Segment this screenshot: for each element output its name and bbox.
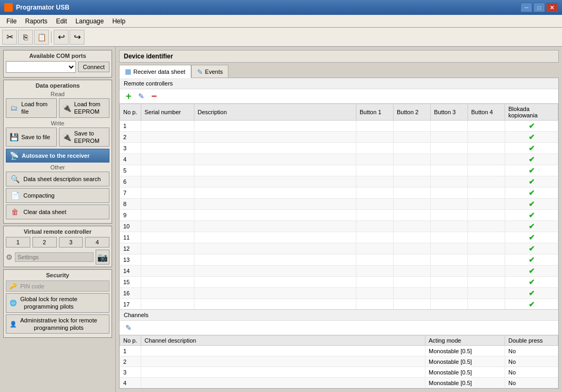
table-row[interactable]: 3 ✔ bbox=[120, 143, 558, 154]
table-row[interactable]: 8 ✔ bbox=[120, 199, 558, 210]
table-row[interactable]: 15 ✔ bbox=[120, 277, 558, 288]
virtual-rc-title: Virtual remote controller bbox=[6, 228, 109, 235]
vrc-btn-1[interactable]: 1 bbox=[6, 237, 30, 248]
remove-remote-button[interactable]: − bbox=[148, 91, 160, 101]
table-row[interactable]: 10 ✔ bbox=[120, 221, 558, 232]
ch-nop: 1 bbox=[120, 346, 141, 356]
pin-code-button[interactable]: 🔑 PIN code bbox=[6, 280, 109, 292]
table-row[interactable]: 9 ✔ bbox=[120, 210, 558, 221]
row-btn3 bbox=[431, 199, 468, 210]
left-panel: Available COM ports Connect Data operati… bbox=[0, 47, 116, 392]
com-port-select[interactable] bbox=[6, 61, 76, 73]
desc-search-button[interactable]: 🔍 Data sheet description search bbox=[6, 172, 109, 186]
row-btn1 bbox=[356, 188, 394, 199]
channels-edit-button[interactable]: ✎ bbox=[123, 322, 134, 333]
clear-label: Clear data sheet bbox=[23, 209, 66, 215]
row-btn2 bbox=[394, 277, 431, 288]
paste-icon: 📋 bbox=[37, 33, 46, 41]
key-icon: 🔑 bbox=[10, 283, 17, 289]
list-item[interactable]: 3 Monostable [0.5] No bbox=[120, 367, 558, 378]
table-row[interactable]: 7 ✔ bbox=[120, 188, 558, 199]
row-desc bbox=[194, 221, 356, 232]
global-lock-button[interactable]: 🌐 Global lock for remoteprogramming pilo… bbox=[6, 293, 109, 313]
col-header-btn4: Button 4 bbox=[468, 104, 505, 121]
admin-lock-button[interactable]: 👤 Administrative lock for remoteprogramm… bbox=[6, 314, 109, 334]
table-row[interactable]: 12 ✔ bbox=[120, 243, 558, 254]
ch-acting: Monostable [0.5] bbox=[425, 378, 505, 388]
pin-label: PIN code bbox=[20, 283, 44, 289]
table-row[interactable]: 6 ✔ bbox=[120, 176, 558, 188]
row-btn1 bbox=[356, 232, 394, 243]
table-row[interactable]: 1 ✔ bbox=[120, 121, 558, 132]
row-btn2 bbox=[394, 165, 431, 176]
menu-help[interactable]: Help bbox=[108, 16, 130, 26]
load-from-eeprom-button[interactable]: 🔌 Load fromEEPROM bbox=[59, 98, 110, 118]
edit-remote-button[interactable]: ✎ bbox=[135, 91, 147, 101]
col-header-serial: Serial number bbox=[141, 104, 194, 121]
security-title: Security bbox=[6, 272, 109, 278]
ch-double: No bbox=[505, 367, 558, 378]
cut-button[interactable]: ✂ bbox=[2, 30, 17, 45]
vrc-btn-3[interactable]: 3 bbox=[59, 237, 83, 248]
vrc-buttons-row: 1 2 3 4 bbox=[6, 237, 109, 248]
minimize-button[interactable]: ─ bbox=[521, 3, 532, 12]
menu-edit[interactable]: Edit bbox=[52, 16, 71, 26]
save-file-icon: 💾 bbox=[8, 132, 19, 142]
app-icon bbox=[4, 3, 13, 12]
search-icon: 🔍 bbox=[10, 174, 20, 184]
device-identifier-bar: Device identifier bbox=[119, 50, 559, 63]
load-from-file-button[interactable]: 🗂 Load fromfile bbox=[6, 98, 57, 118]
save-to-eeprom-button[interactable]: 🔌 Save toEEPROM bbox=[59, 127, 110, 147]
col-header-nop: No p. bbox=[120, 104, 141, 121]
compacting-button[interactable]: 📄 Compacting bbox=[6, 188, 109, 203]
table-row[interactable]: 2 ✔ bbox=[120, 132, 558, 143]
list-item[interactable]: 2 Monostable [0.5] No bbox=[120, 356, 558, 367]
copy-button[interactable]: ⎘ bbox=[18, 30, 33, 45]
menu-raports[interactable]: Raports bbox=[21, 16, 52, 26]
channels-title: Channels bbox=[120, 310, 558, 321]
row-btn4 bbox=[468, 277, 505, 288]
row-serial bbox=[141, 266, 194, 277]
table-row[interactable]: 14 ✔ bbox=[120, 266, 558, 277]
clear-data-sheet-button[interactable]: 🗑 Clear data sheet bbox=[6, 204, 109, 219]
vrc-image-button[interactable]: 📷 bbox=[96, 250, 109, 265]
table-row[interactable]: 16 ✔ bbox=[120, 288, 558, 299]
menu-file[interactable]: File bbox=[2, 16, 21, 26]
maximize-button[interactable]: □ bbox=[533, 3, 545, 12]
tab-events[interactable]: ✎ Events bbox=[191, 65, 229, 78]
row-nop: 2 bbox=[120, 132, 141, 143]
settings-input[interactable] bbox=[15, 252, 93, 262]
ch-desc bbox=[141, 346, 425, 356]
redo-button[interactable]: ↪ bbox=[70, 30, 84, 45]
table-row[interactable]: 4 ✔ bbox=[120, 154, 558, 165]
close-button[interactable]: ✕ bbox=[546, 3, 558, 12]
save-to-file-button[interactable]: 💾 Save to file bbox=[6, 127, 57, 147]
table-row[interactable]: 11 ✔ bbox=[120, 232, 558, 243]
connect-button[interactable]: Connect bbox=[78, 62, 109, 72]
check-icon: ✔ bbox=[529, 267, 535, 275]
row-btn4 bbox=[468, 254, 505, 266]
table-row[interactable]: 17 ✔ bbox=[120, 299, 558, 310]
list-item[interactable]: 1 Monostable [0.5] No bbox=[120, 346, 558, 356]
vrc-btn-4[interactable]: 4 bbox=[85, 237, 109, 248]
row-btn1 bbox=[356, 277, 394, 288]
ch-acting: Monostable [0.5] bbox=[425, 346, 505, 356]
com-ports-section: Available COM ports Connect bbox=[3, 50, 112, 78]
menu-language[interactable]: Language bbox=[71, 16, 108, 26]
row-blokada: ✔ bbox=[505, 154, 558, 165]
vrc-btn-2[interactable]: 2 bbox=[32, 237, 57, 248]
add-remote-button[interactable]: + bbox=[123, 91, 134, 101]
autosave-button[interactable]: 📡 Autosave to the receiver bbox=[6, 149, 109, 163]
table-row[interactable]: 5 ✔ bbox=[120, 165, 558, 176]
tab-receiver-data-sheet[interactable]: ▦ Receiver data sheet bbox=[119, 65, 191, 78]
row-btn2 bbox=[394, 154, 431, 165]
com-ports-title: Available COM ports bbox=[6, 53, 109, 59]
paste-button[interactable]: 📋 bbox=[34, 30, 49, 45]
row-btn4 bbox=[468, 288, 505, 299]
list-item[interactable]: 4 Monostable [0.5] No bbox=[120, 378, 558, 388]
table-row[interactable]: 13 ✔ bbox=[120, 254, 558, 266]
row-btn3 bbox=[431, 266, 468, 277]
row-nop: 5 bbox=[120, 165, 141, 176]
check-icon: ✔ bbox=[529, 300, 535, 309]
undo-button[interactable]: ↩ bbox=[54, 30, 69, 45]
